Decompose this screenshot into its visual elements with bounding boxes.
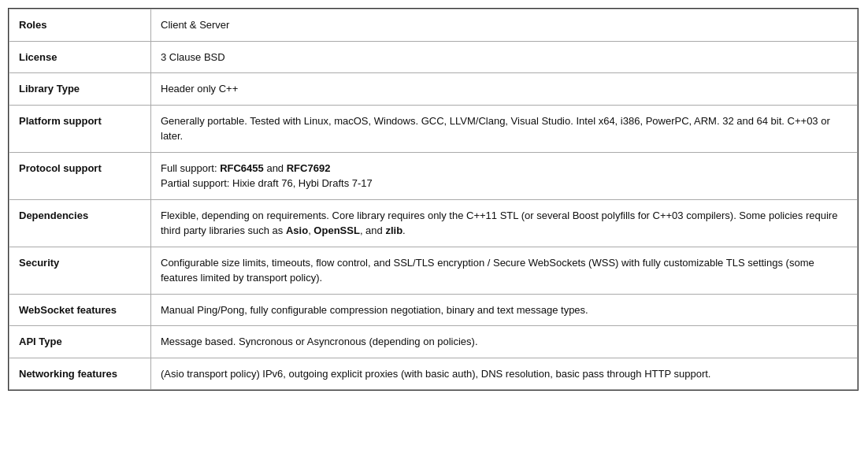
label-api-type: API Type (9, 326, 151, 358)
label-dependencies: Dependencies (9, 199, 151, 247)
value-license: 3 Clause BSD (151, 41, 858, 73)
table-row: Networking features(Asio transport polic… (9, 358, 858, 390)
value-dependencies: Flexible, depending on requirements. Cor… (151, 199, 858, 247)
label-platform-support: Platform support (9, 105, 151, 152)
value-api-type: Message based. Syncronous or Asyncronous… (151, 326, 858, 358)
label-library-type: Library Type (9, 73, 151, 106)
value-protocol-support: Full support: RFC6455 and RFC7692Partial… (151, 152, 858, 199)
value-networking-features: (Asio transport policy) IPv6, outgoing e… (151, 358, 858, 390)
table-row: Protocol supportFull support: RFC6455 an… (9, 152, 858, 199)
label-networking-features: Networking features (9, 358, 151, 390)
value-platform-support: Generally portable. Tested with Linux, m… (151, 105, 858, 152)
table-row: SecurityConfigurable size limits, timeou… (9, 247, 858, 294)
label-license: License (9, 41, 151, 73)
label-security: Security (9, 247, 151, 294)
table-row: License3 Clause BSD (9, 41, 858, 73)
label-protocol-support: Protocol support (9, 152, 151, 199)
table-row: DependenciesFlexible, depending on requi… (9, 199, 858, 247)
value-websocket-features: Manual Ping/Pong, fully configurable com… (151, 294, 858, 326)
feature-table: RolesClient & ServerLicense3 Clause BSDL… (8, 8, 859, 391)
value-security: Configurable size limits, timeouts, flow… (151, 247, 858, 294)
table-row: Library TypeHeader only C++ (9, 73, 858, 106)
table-row: WebSocket featuresManual Ping/Pong, full… (9, 294, 858, 326)
table-row: API TypeMessage based. Syncronous or Asy… (9, 326, 858, 358)
value-library-type: Header only C++ (151, 73, 858, 106)
table-row: Platform supportGenerally portable. Test… (9, 105, 858, 152)
table-row: RolesClient & Server (9, 9, 858, 42)
label-roles: Roles (9, 9, 151, 42)
value-roles: Client & Server (151, 9, 858, 42)
label-websocket-features: WebSocket features (9, 294, 151, 326)
